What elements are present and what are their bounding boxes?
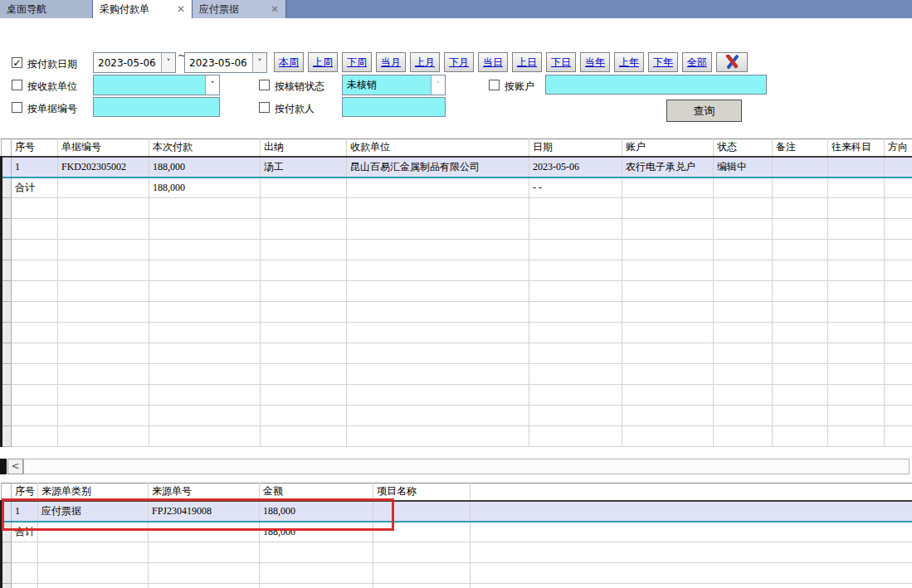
table-cell[interactable] bbox=[885, 157, 912, 177]
doc-no-input[interactable] bbox=[93, 97, 220, 117]
quick-range-button[interactable]: 下日 bbox=[546, 52, 576, 72]
quick-range-button[interactable]: 下月 bbox=[444, 52, 474, 72]
empty-cell bbox=[714, 343, 773, 364]
empty-row bbox=[2, 563, 912, 584]
quick-range-button[interactable]: 下周 bbox=[342, 52, 372, 72]
table-cell[interactable]: FKD202305002 bbox=[58, 157, 149, 177]
column-header[interactable]: 收款单位 bbox=[347, 139, 529, 157]
row-gutter bbox=[2, 385, 12, 406]
table-cell[interactable]: 1 bbox=[12, 157, 58, 177]
query-button[interactable]: 查询 bbox=[666, 100, 742, 122]
quick-range-button[interactable]: 上周 bbox=[308, 52, 338, 72]
empty-cell bbox=[622, 364, 714, 385]
tab-purchase-payment[interactable]: 采购付款单 ✕ bbox=[93, 0, 193, 18]
column-header[interactable]: 本次付款 bbox=[149, 139, 261, 157]
empty-cell bbox=[12, 385, 58, 406]
payee-unit-checkbox[interactable] bbox=[12, 80, 22, 90]
payment-date-checkbox[interactable]: ✓ bbox=[12, 57, 22, 68]
date-to-combo[interactable]: 2023-05-06 ˅ bbox=[184, 52, 267, 73]
table-cell[interactable]: 应付票据 bbox=[38, 501, 149, 522]
empty-cell bbox=[885, 302, 912, 323]
column-header[interactable]: 出纳 bbox=[261, 139, 347, 157]
scroll-left-arrow[interactable]: < bbox=[7, 459, 23, 474]
account-checkbox[interactable] bbox=[489, 80, 500, 90]
table-cell[interactable] bbox=[773, 157, 828, 177]
tab-desktop-nav[interactable]: 桌面导航 bbox=[0, 0, 93, 18]
quick-range-button[interactable]: 全部 bbox=[682, 52, 712, 72]
verify-status-checkbox[interactable] bbox=[259, 80, 270, 90]
empty-cell bbox=[622, 198, 714, 219]
column-header[interactable]: 状态 bbox=[714, 139, 773, 157]
quick-range-button[interactable]: 当日 bbox=[478, 52, 508, 72]
payer-input[interactable] bbox=[342, 97, 446, 117]
empty-cell bbox=[714, 385, 773, 406]
close-icon[interactable]: ✕ bbox=[262, 3, 279, 15]
quick-range-button[interactable]: 当月 bbox=[376, 52, 406, 72]
quick-range-button[interactable]: 本周 bbox=[274, 52, 304, 72]
column-header[interactable]: 项目名称 bbox=[373, 484, 471, 501]
quick-range-button[interactable]: 上月 bbox=[410, 52, 440, 72]
column-header[interactable]: 序号 bbox=[12, 139, 58, 157]
row-gutter bbox=[2, 584, 12, 588]
tools-icon-button[interactable] bbox=[716, 52, 748, 72]
column-header[interactable]: 账户 bbox=[622, 139, 714, 157]
date-from-combo[interactable]: 2023-05-06 ˅ bbox=[93, 52, 176, 73]
empty-cell bbox=[773, 364, 828, 385]
table-cell[interactable]: 188,000 bbox=[260, 501, 373, 522]
table-cell[interactable]: FPJ230419008 bbox=[149, 501, 260, 522]
close-icon[interactable]: ✕ bbox=[168, 3, 185, 15]
table-cell[interactable]: 编辑中 bbox=[714, 157, 773, 177]
doc-no-checkbox[interactable] bbox=[12, 102, 22, 113]
account-input[interactable] bbox=[545, 75, 767, 95]
empty-cell bbox=[12, 426, 58, 447]
column-header[interactable]: 日期 bbox=[529, 139, 622, 157]
scrollbar-track[interactable] bbox=[23, 459, 910, 474]
verify-status-combo[interactable]: 未核销 ˅ bbox=[342, 75, 446, 95]
table-cell[interactable]: 2023-05-06 bbox=[529, 157, 622, 177]
empty-cell bbox=[773, 219, 828, 240]
table-cell[interactable]: 1 bbox=[12, 501, 38, 522]
column-header[interactable]: 来源单类别 bbox=[38, 484, 149, 501]
empty-cell bbox=[529, 323, 622, 343]
table-row[interactable]: 1FKD202305002188,000汤工昆山百易汇金属制品有限公司2023-… bbox=[2, 157, 912, 177]
tab-notes-payable[interactable]: 应付票据 ✕ bbox=[193, 0, 286, 18]
empty-cell bbox=[58, 219, 149, 240]
table-cell[interactable]: 汤工 bbox=[261, 157, 347, 177]
chevron-down-icon[interactable]: ˅ bbox=[161, 53, 175, 72]
total-cell-filler bbox=[471, 522, 912, 542]
column-header[interactable]: 往来科目 bbox=[828, 139, 885, 157]
empty-cell bbox=[149, 323, 261, 343]
column-header[interactable]: 来源单号 bbox=[149, 484, 260, 501]
empty-cell bbox=[261, 406, 347, 426]
column-header[interactable]: 单据编号 bbox=[58, 139, 149, 157]
table-row[interactable]: 1应付票据FPJ230419008188,000 bbox=[2, 501, 912, 522]
row-gutter bbox=[2, 522, 12, 542]
splitter-handle[interactable] bbox=[0, 459, 7, 474]
payee-unit-combo[interactable]: ˅ bbox=[93, 75, 220, 95]
total-cell bbox=[622, 177, 714, 198]
column-header[interactable]: 备注 bbox=[773, 139, 828, 157]
quick-range-button[interactable]: 当年 bbox=[580, 52, 610, 72]
table-cell[interactable] bbox=[373, 501, 471, 522]
total-cell bbox=[347, 177, 529, 198]
empty-cell bbox=[714, 240, 773, 260]
row-gutter bbox=[2, 563, 12, 584]
table-cell[interactable]: 农行电子承兑户 bbox=[622, 157, 714, 177]
table-cell[interactable]: 188,000 bbox=[149, 157, 261, 177]
payer-checkbox[interactable] bbox=[259, 102, 270, 113]
column-header[interactable]: 序号 bbox=[12, 484, 38, 501]
table-cell[interactable]: 昆山百易汇金属制品有限公司 bbox=[347, 157, 529, 177]
empty-cell bbox=[885, 198, 912, 219]
quick-range-button[interactable]: 上年 bbox=[614, 52, 644, 72]
chevron-down-icon[interactable]: ˅ bbox=[252, 53, 266, 72]
chevron-down-icon[interactable]: ˅ bbox=[205, 75, 219, 95]
table-cell[interactable] bbox=[828, 157, 885, 177]
quick-range-button[interactable]: 上日 bbox=[512, 52, 542, 72]
empty-cell bbox=[622, 343, 714, 364]
empty-cell bbox=[622, 260, 714, 281]
chevron-down-icon[interactable]: ˅ bbox=[431, 75, 445, 95]
column-header[interactable]: 方向 bbox=[885, 139, 912, 157]
empty-row bbox=[2, 198, 912, 219]
quick-range-button[interactable]: 下年 bbox=[648, 52, 678, 72]
column-header[interactable]: 金额 bbox=[260, 484, 373, 501]
